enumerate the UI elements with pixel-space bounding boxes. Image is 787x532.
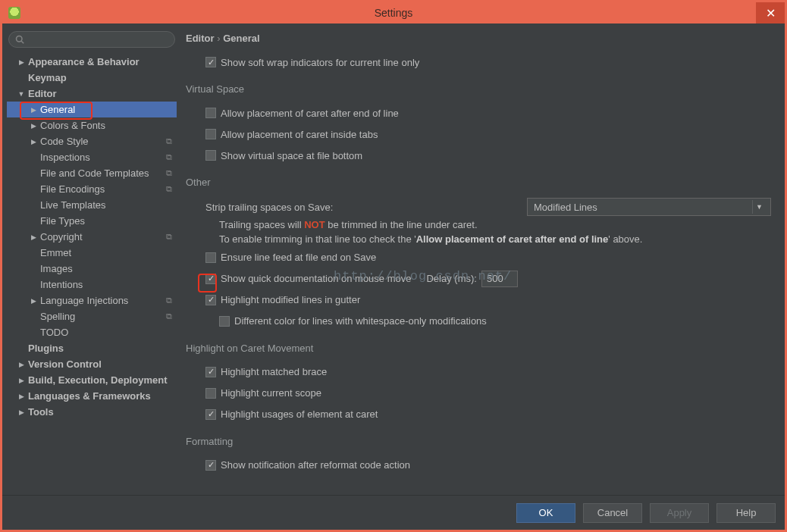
chevron-right-icon: ▶ [30,138,37,146]
select-strip-spaces[interactable]: Modified Lines ▼ [527,198,771,216]
copy-icon: ⧉ [166,296,172,305]
label-current-scope: Highlight current scope [221,387,321,399]
tree-item-copyright[interactable]: ▶Copyright⧉ [7,229,177,245]
tree-item-label: Inspections [40,152,90,163]
checkbox-diff-whitespace[interactable] [219,316,230,327]
tree-item-todo[interactable]: TODO [7,324,177,340]
tree-item-file-types[interactable]: File Types [7,213,177,229]
chevron-right-icon: ▶ [17,393,25,400]
checkbox-softwrap[interactable] [205,57,216,67]
checkbox-ensure-lf[interactable] [205,252,216,263]
tree-item-build-execution-deployment[interactable]: ▶Build, Execution, Deployment [7,372,177,388]
main-pane: Editor › General Show soft wrap indicato… [177,28,780,495]
ok-button[interactable]: OK [516,503,575,523]
tree-item-appearance-behavior[interactable]: ▶Appearance & Behavior [7,54,177,70]
label-quick-doc: Show quick documentation on mouse move [221,273,411,284]
tree-item-general[interactable]: ▶General [7,102,177,117]
tree-item-emmet[interactable]: Emmet [7,245,177,261]
search-icon [15,35,24,44]
tree-item-spelling[interactable]: Spelling⧉ [7,308,177,324]
copy-icon: ⧉ [166,311,172,321]
tree-item-intentions[interactable]: Intentions [7,277,177,293]
help-button[interactable]: Help [716,503,776,523]
checkbox-usages[interactable] [205,409,216,420]
tree-item-code-style[interactable]: ▶Code Style⧉ [7,133,177,149]
checkbox-quick-doc[interactable] [205,274,216,284]
checkbox-matched-brace[interactable] [205,367,216,377]
tree-item-label: File Encodings [40,183,105,195]
tree-item-editor[interactable]: ▼Editor [7,86,177,102]
tree-item-languages-frameworks[interactable]: ▶Languages & Frameworks [7,388,177,404]
copy-icon: ⧉ [166,136,172,146]
tree-item-images[interactable]: Images [7,261,177,277]
input-delay-ms[interactable] [481,271,518,287]
window-title: Settings [375,7,413,19]
svg-line-1 [21,41,24,43]
chevron-right-icon: ▶ [17,58,25,66]
label-reformat-notify: Show notification after reformat code ac… [221,459,410,471]
close-button[interactable]: ✕ [756,2,785,23]
label-diff-whitespace: Different color for lines with whitespac… [234,315,487,327]
checkbox-caret-eol[interactable] [205,108,216,118]
select-value: Modified Lines [534,202,597,213]
copy-icon: ⧉ [166,232,172,242]
svg-point-0 [17,36,23,42]
tree-item-file-and-code-templates[interactable]: File and Code Templates⧉ [7,165,177,181]
checkbox-virtual-bottom[interactable] [205,150,216,161]
label-delay: Delay (ms): [426,273,476,284]
tree-item-label: Code Style [40,136,89,147]
breadcrumb-part: General [223,33,259,44]
tree-item-inspections[interactable]: Inspections⧉ [7,149,177,165]
tree-item-version-control[interactable]: ▶Version Control [7,356,177,372]
cancel-button[interactable]: Cancel [583,503,642,523]
sidebar: ▶Appearance & BehaviorKeymap▼Editor▶Gene… [7,28,177,495]
chevron-down-icon: ▼ [17,90,25,98]
tree-item-colors-fonts[interactable]: ▶Colors & Fonts [7,117,177,133]
copy-icon: ⧉ [166,152,172,162]
spacer-icon [30,249,37,257]
checkbox-reformat-notify[interactable] [205,460,216,471]
settings-tree[interactable]: ▶Appearance & BehaviorKeymap▼Editor▶Gene… [7,52,177,495]
search-field[interactable] [8,31,175,48]
breadcrumb: Editor › General [186,33,774,44]
apply-button[interactable]: Apply [650,503,709,523]
tree-item-plugins[interactable]: Plugins [7,340,177,356]
tree-item-label: Build, Execution, Deployment [28,374,167,386]
checkbox-caret-tabs[interactable] [205,129,216,139]
tree-item-label: File and Code Templates [40,167,149,179]
tree-item-tools[interactable]: ▶Tools [7,404,177,420]
strip-note: Trailing spaces will NOT be trimmed in t… [205,218,771,247]
spacer-icon [30,202,37,209]
tree-item-live-templates[interactable]: Live Templates [7,197,177,213]
label-virtual-bottom: Show virtual space at file bottom [221,150,362,161]
close-icon: ✕ [766,6,776,20]
tree-item-label: Spelling [40,311,75,322]
tree-item-label: Version Control [28,358,102,370]
spacer-icon [17,74,25,82]
tree-item-label: Intentions [40,279,83,290]
tree-item-language-injections[interactable]: ▶Language Injections⧉ [7,293,177,308]
checkbox-highlight-modified[interactable] [205,295,216,305]
tree-item-label: Language Injections [40,295,128,306]
tree-item-label: Images [40,263,73,274]
spacer-icon [30,329,37,336]
tree-item-label: General [40,104,75,115]
tree-item-label: TODO [40,327,68,338]
label-strip: Strip trailing spaces on Save: [205,202,333,213]
tree-item-keymap[interactable]: Keymap [7,70,177,86]
breadcrumb-sep: › [217,33,220,44]
chevron-right-icon: ▶ [17,361,25,368]
chevron-right-icon: ▶ [30,122,37,130]
tree-item-file-encodings[interactable]: File Encodings⧉ [7,181,177,197]
spacer-icon [30,217,37,225]
label-matched-brace: Highlight matched brace [221,366,327,377]
titlebar: Settings ✕ [2,2,785,23]
section-highlight-caret: Highlight on Caret Movement [186,343,771,354]
section-other: Other [186,177,771,188]
checkbox-current-scope[interactable] [205,388,216,399]
chevron-right-icon: ▶ [30,297,37,305]
chevron-right-icon: ▶ [30,106,37,114]
tree-item-label: Live Templates [40,199,105,211]
spacer-icon [30,281,37,289]
search-input[interactable] [27,34,168,45]
